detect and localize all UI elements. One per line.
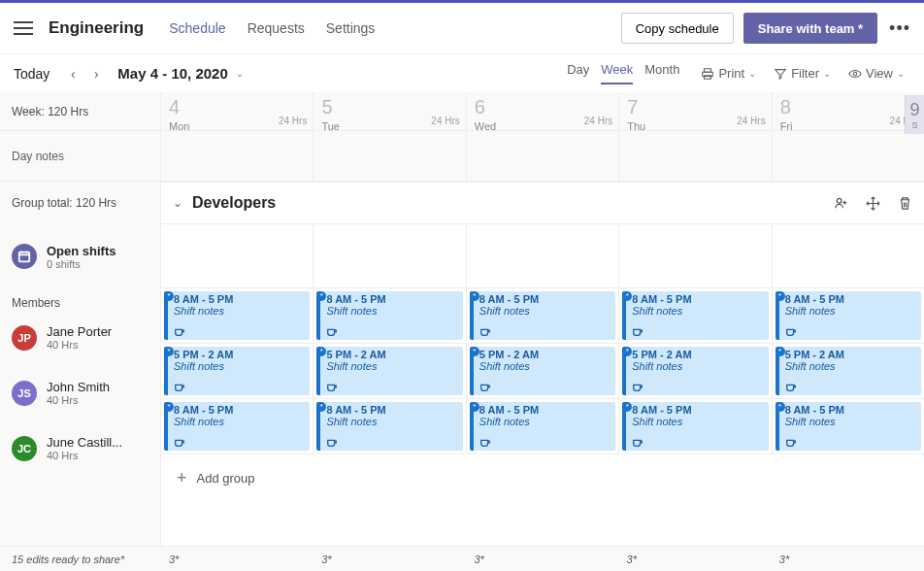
shift-cell[interactable]: * 8 AM - 5 PM Shift notes bbox=[313, 288, 465, 344]
collapse-group-icon[interactable]: ⌄ bbox=[173, 196, 182, 210]
date-range[interactable]: May 4 - 10, 2020 bbox=[117, 65, 227, 82]
add-group-label: Add group bbox=[197, 471, 255, 486]
move-icon[interactable] bbox=[866, 196, 880, 211]
share-with-team-button[interactable]: Share with team * bbox=[743, 13, 877, 44]
shift-block[interactable]: * 8 AM - 5 PM Shift notes bbox=[316, 402, 462, 451]
more-icon[interactable]: ••• bbox=[889, 18, 910, 39]
shift-cell[interactable]: * 8 AM - 5 PM Shift notes bbox=[618, 288, 771, 344]
shift-block[interactable]: * 8 AM - 5 PM Shift notes bbox=[622, 402, 768, 451]
open-shift-cell[interactable] bbox=[466, 224, 618, 288]
shift-block[interactable]: * 8 AM - 5 PM Shift notes bbox=[316, 291, 462, 340]
day-edit-count: 3* bbox=[619, 554, 772, 565]
menu-icon[interactable] bbox=[14, 21, 33, 35]
shift-block[interactable]: * 8 AM - 5 PM Shift notes bbox=[164, 402, 310, 451]
shift-cell[interactable]: * 5 PM - 2 AM Shift notes bbox=[313, 344, 465, 399]
member-row[interactable]: JC June Castill... 40 Hrs bbox=[0, 420, 160, 476]
unsaved-star-icon: * bbox=[776, 402, 785, 412]
open-shifts-row[interactable]: Open shifts 0 shifts bbox=[0, 224, 160, 288]
filter-button[interactable]: Filter ⌄ bbox=[768, 66, 837, 81]
view-options-button[interactable]: View ⌄ bbox=[842, 66, 910, 81]
print-button[interactable]: Print ⌄ bbox=[695, 66, 762, 81]
open-shift-cell[interactable] bbox=[161, 224, 313, 288]
shift-cell[interactable]: * 8 AM - 5 PM Shift notes bbox=[618, 399, 771, 454]
day-note-cell[interactable] bbox=[772, 131, 924, 181]
shift-time: 8 AM - 5 PM bbox=[785, 293, 917, 305]
break-icon bbox=[174, 436, 185, 448]
shift-block[interactable]: * 5 PM - 2 AM Shift notes bbox=[470, 347, 615, 395]
day-note-cell[interactable] bbox=[313, 131, 465, 181]
svg-rect-0 bbox=[705, 68, 711, 72]
member-hours: 40 Hrs bbox=[47, 450, 122, 461]
shift-block[interactable]: * 5 PM - 2 AM Shift notes bbox=[622, 347, 768, 395]
copy-schedule-button[interactable]: Copy schedule bbox=[621, 13, 734, 44]
shift-cell[interactable]: * 8 AM - 5 PM Shift notes bbox=[772, 399, 924, 454]
shift-block[interactable]: * 5 PM - 2 AM Shift notes bbox=[164, 347, 310, 395]
shift-time: 5 PM - 2 AM bbox=[785, 349, 917, 360]
svg-rect-4 bbox=[19, 252, 30, 262]
date-picker-chevron-icon[interactable]: ⌄ bbox=[236, 68, 244, 79]
day-notes-label: Day notes bbox=[0, 131, 160, 182]
avatar: JP bbox=[12, 325, 37, 351]
today-button[interactable]: Today bbox=[14, 66, 50, 82]
shift-block[interactable]: * 8 AM - 5 PM Shift notes bbox=[470, 402, 615, 451]
avatar: JC bbox=[12, 436, 37, 461]
day-note-cell[interactable] bbox=[466, 131, 618, 181]
chevron-down-icon: ⌄ bbox=[748, 68, 756, 79]
unsaved-star-icon: * bbox=[622, 291, 632, 301]
shift-cell[interactable]: * 8 AM - 5 PM Shift notes bbox=[466, 288, 618, 344]
tab-settings[interactable]: Settings bbox=[326, 20, 376, 36]
shift-cell[interactable]: * 8 AM - 5 PM Shift notes bbox=[161, 288, 313, 344]
shift-block[interactable]: * 5 PM - 2 AM Shift notes bbox=[316, 347, 462, 395]
shift-cell[interactable]: * 5 PM - 2 AM Shift notes bbox=[466, 344, 618, 399]
member-row[interactable]: JP Jane Porter 40 Hrs bbox=[0, 310, 160, 365]
tab-requests[interactable]: Requests bbox=[248, 20, 305, 36]
page-title: Engineering bbox=[49, 18, 144, 38]
member-hours: 40 Hrs bbox=[47, 339, 112, 351]
day-edit-count: 3* bbox=[314, 554, 466, 565]
day-edit-count: 3* bbox=[466, 554, 618, 565]
shift-cell[interactable]: * 8 AM - 5 PM Shift notes bbox=[772, 288, 924, 344]
day-note-cell[interactable] bbox=[618, 131, 771, 181]
shift-block[interactable]: * 8 AM - 5 PM Shift notes bbox=[622, 291, 768, 340]
view-day[interactable]: Day bbox=[567, 62, 589, 84]
shift-block[interactable]: * 8 AM - 5 PM Shift notes bbox=[164, 291, 310, 340]
delete-icon[interactable] bbox=[898, 196, 912, 211]
break-icon bbox=[479, 381, 491, 392]
unsaved-star-icon: * bbox=[470, 402, 479, 412]
add-person-icon[interactable] bbox=[834, 196, 848, 211]
member-row[interactable]: JS John Smith 40 Hrs bbox=[0, 365, 160, 420]
shift-cell[interactable]: * 5 PM - 2 AM Shift notes bbox=[772, 344, 924, 399]
shift-row: * 5 PM - 2 AM Shift notes * 5 PM - 2 AM … bbox=[161, 344, 924, 399]
day-note-cell[interactable] bbox=[161, 131, 313, 181]
open-shift-cell[interactable] bbox=[313, 224, 465, 288]
day-column-header: 5 Tue 24 Hrs bbox=[313, 92, 465, 130]
shift-time: 5 PM - 2 AM bbox=[174, 349, 306, 360]
shift-cell[interactable]: * 5 PM - 2 AM Shift notes bbox=[161, 344, 313, 399]
shift-block[interactable]: * 8 AM - 5 PM Shift notes bbox=[776, 402, 921, 451]
shift-cell[interactable]: * 8 AM - 5 PM Shift notes bbox=[313, 399, 465, 454]
day-column-header: 7 Thu 24 Hrs bbox=[618, 92, 771, 130]
shift-cell[interactable]: * 8 AM - 5 PM Shift notes bbox=[161, 399, 313, 454]
print-icon bbox=[701, 67, 714, 81]
shift-cell[interactable]: * 5 PM - 2 AM Shift notes bbox=[618, 344, 771, 399]
shift-note: Shift notes bbox=[785, 360, 917, 372]
open-shift-cell[interactable] bbox=[772, 224, 924, 288]
open-shift-cell[interactable] bbox=[618, 224, 771, 288]
shift-block[interactable]: * 5 PM - 2 AM Shift notes bbox=[776, 347, 921, 395]
shift-time: 8 AM - 5 PM bbox=[479, 293, 611, 305]
day-column-header: 4 Mon 24 Hrs bbox=[161, 92, 313, 130]
next-week-button[interactable]: › bbox=[84, 66, 108, 82]
add-group-button[interactable]: + Add group bbox=[161, 454, 924, 501]
view-week[interactable]: Week bbox=[601, 62, 633, 84]
view-month[interactable]: Month bbox=[644, 62, 679, 84]
shift-cell[interactable]: * 8 AM - 5 PM Shift notes bbox=[466, 399, 618, 454]
shift-block[interactable]: * 8 AM - 5 PM Shift notes bbox=[470, 291, 615, 340]
tab-schedule[interactable]: Schedule bbox=[169, 20, 225, 36]
break-icon bbox=[785, 381, 797, 392]
open-shifts-icon bbox=[12, 244, 37, 269]
prev-week-button[interactable]: ‹ bbox=[61, 66, 84, 82]
shift-time: 5 PM - 2 AM bbox=[479, 349, 611, 360]
open-shifts-count: 0 shifts bbox=[47, 258, 116, 270]
shift-block[interactable]: * 8 AM - 5 PM Shift notes bbox=[776, 291, 921, 340]
unsaved-star-icon: * bbox=[470, 347, 479, 356]
